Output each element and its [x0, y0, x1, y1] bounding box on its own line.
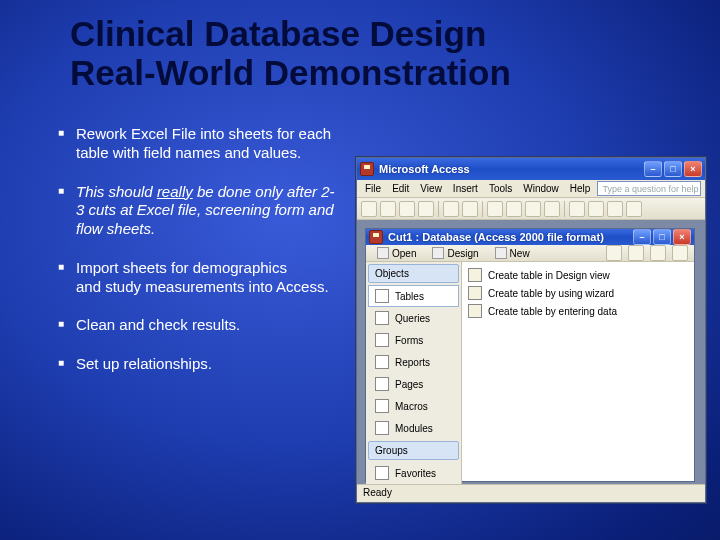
nav-forms[interactable]: Forms — [368, 329, 459, 351]
view-button[interactable] — [650, 245, 666, 261]
app-title: Microsoft Access — [379, 163, 639, 175]
toolbar-separator — [438, 201, 439, 217]
access-app-icon — [360, 162, 374, 176]
pages-icon — [375, 377, 389, 391]
view-button[interactable] — [628, 245, 644, 261]
main-toolbar — [357, 198, 705, 220]
nav-reports-label: Reports — [395, 357, 430, 368]
title-line-1: Clinical Database Design — [70, 14, 486, 53]
title-line-2: Real-World Demonstration — [70, 53, 511, 92]
nav-pages[interactable]: Pages — [368, 373, 459, 395]
toolbar-button[interactable] — [380, 201, 396, 217]
bullet-list: Rework Excel File into sheets for each t… — [58, 125, 338, 394]
toolbar-button[interactable] — [525, 201, 541, 217]
db-maximize-button[interactable]: □ — [653, 229, 671, 245]
bullet-2-underline: really — [157, 183, 193, 200]
list-item-label: Create table by entering data — [488, 306, 617, 317]
nav-tables-label: Tables — [395, 291, 424, 302]
nav-favorites-label: Favorites — [395, 468, 436, 479]
toolbar-button[interactable] — [399, 201, 415, 217]
new-icon — [495, 247, 507, 259]
bullet-2-pre: This should — [76, 183, 157, 200]
toolbar-button[interactable] — [487, 201, 503, 217]
db-body: Objects Tables Queries Forms Reports Pag… — [366, 262, 694, 484]
macros-icon — [375, 399, 389, 413]
db-minimize-button[interactable]: – — [633, 229, 651, 245]
menu-insert[interactable]: Insert — [449, 182, 482, 195]
modules-icon — [375, 421, 389, 435]
bullet-3b: and study measurements into Access. — [76, 278, 329, 295]
nav-modules[interactable]: Modules — [368, 417, 459, 439]
db-design-label: Design — [447, 248, 478, 259]
reports-icon — [375, 355, 389, 369]
objects-nav: Objects Tables Queries Forms Reports Pag… — [366, 262, 462, 484]
db-titlebar[interactable]: Cut1 : Database (Access 2000 file format… — [366, 229, 694, 245]
toolbar-button[interactable] — [443, 201, 459, 217]
toolbar-button[interactable] — [607, 201, 623, 217]
slide-title: Clinical Database Design Real-World Demo… — [70, 14, 690, 92]
nav-forms-label: Forms — [395, 335, 423, 346]
toolbar-button[interactable] — [462, 201, 478, 217]
toolbar-button[interactable] — [544, 201, 560, 217]
nav-favorites[interactable]: Favorites — [368, 462, 459, 484]
toolbar-button[interactable] — [361, 201, 377, 217]
db-toolbar: Open Design New — [366, 245, 694, 262]
nav-pages-label: Pages — [395, 379, 423, 390]
ms-access-window: Microsoft Access – □ × File Edit View In… — [356, 157, 706, 503]
toolbar-button[interactable] — [506, 201, 522, 217]
nav-modules-label: Modules — [395, 423, 433, 434]
toolbar-button[interactable] — [588, 201, 604, 217]
maximize-button[interactable]: □ — [664, 161, 682, 177]
list-item[interactable]: Create table by entering data — [468, 302, 688, 320]
toolbar-button[interactable] — [569, 201, 585, 217]
db-new-button[interactable]: New — [490, 245, 535, 261]
toolbar-separator — [564, 201, 565, 217]
design-icon — [432, 247, 444, 259]
nav-queries-label: Queries — [395, 313, 430, 324]
nav-reports[interactable]: Reports — [368, 351, 459, 373]
list-item-label: Create table in Design view — [488, 270, 610, 281]
view-button[interactable] — [606, 245, 622, 261]
wizard-icon — [468, 268, 482, 282]
bullet-3: Import sheets for demographics and study… — [58, 259, 338, 297]
menu-window[interactable]: Window — [519, 182, 563, 195]
queries-icon — [375, 311, 389, 325]
close-button[interactable]: × — [684, 161, 702, 177]
db-open-button[interactable]: Open — [372, 245, 421, 261]
groups-header[interactable]: Groups — [368, 441, 459, 460]
open-icon — [377, 247, 389, 259]
window-buttons: – □ × — [644, 161, 702, 177]
nav-macros-label: Macros — [395, 401, 428, 412]
bullet-4: Clean and check results. — [58, 316, 338, 335]
bullet-1: Rework Excel File into sheets for each t… — [58, 125, 338, 163]
bullet-3a: Import sheets for demographics — [76, 259, 287, 276]
mdi-area: Cut1 : Database (Access 2000 file format… — [357, 220, 705, 484]
menu-tools[interactable]: Tools — [485, 182, 516, 195]
tables-icon — [375, 289, 389, 303]
minimize-button[interactable]: – — [644, 161, 662, 177]
nav-macros[interactable]: Macros — [368, 395, 459, 417]
menu-help[interactable]: Help — [566, 182, 595, 195]
db-new-label: New — [510, 248, 530, 259]
forms-icon — [375, 333, 389, 347]
status-text: Ready — [363, 487, 392, 498]
nav-tables[interactable]: Tables — [368, 285, 459, 307]
wizard-icon — [468, 304, 482, 318]
toolbar-button[interactable] — [418, 201, 434, 217]
app-titlebar[interactable]: Microsoft Access – □ × — [357, 158, 705, 180]
toolbar-button[interactable] — [626, 201, 642, 217]
db-design-button[interactable]: Design — [427, 245, 483, 261]
help-search-input[interactable]: Type a question for help — [597, 181, 701, 196]
list-item[interactable]: Create table in Design view — [468, 266, 688, 284]
objects-label: Objects — [375, 268, 409, 279]
view-button[interactable] — [672, 245, 688, 261]
object-list: Create table in Design view Create table… — [462, 262, 694, 484]
menu-edit[interactable]: Edit — [388, 182, 413, 195]
list-item[interactable]: Create table by using wizard — [468, 284, 688, 302]
menu-file[interactable]: File — [361, 182, 385, 195]
menu-view[interactable]: View — [416, 182, 446, 195]
groups-label: Groups — [375, 445, 408, 456]
objects-header[interactable]: Objects — [368, 264, 459, 283]
nav-queries[interactable]: Queries — [368, 307, 459, 329]
db-close-button[interactable]: × — [673, 229, 691, 245]
